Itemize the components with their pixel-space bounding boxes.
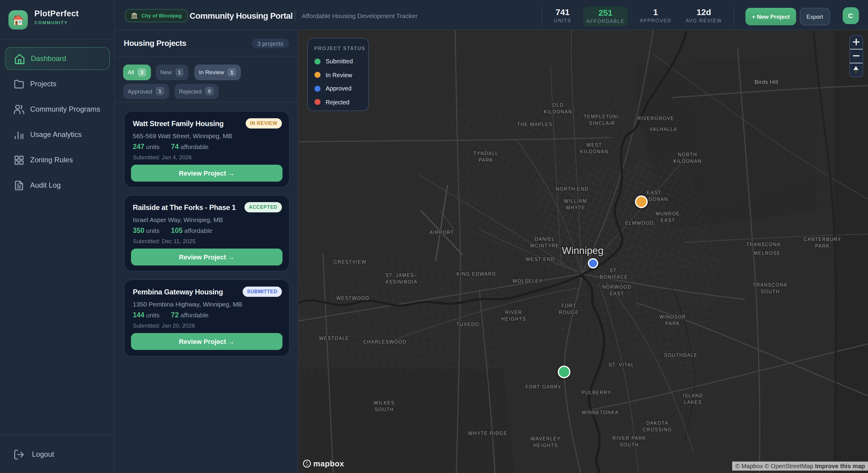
svg-text:ROUGE: ROUGE (559, 310, 579, 315)
svg-text:Winnipeg: Winnipeg (562, 245, 603, 256)
svg-text:TRANSCONA: TRANSCONA (746, 242, 781, 247)
svg-text:RIVER PARK: RIVER PARK (612, 436, 646, 441)
svg-text:FORT GARRY: FORT GARRY (525, 384, 561, 389)
svg-text:CRESTVIEW: CRESTVIEW (334, 259, 367, 264)
svg-text:WHYTE: WHYTE (566, 205, 585, 210)
svg-text:MINNETONKA: MINNETONKA (582, 410, 619, 415)
svg-text:HEIGHTS: HEIGHTS (533, 443, 558, 448)
svg-text:TEMPLETON–: TEMPLETON– (584, 114, 621, 119)
svg-text:WAVERLEY: WAVERLEY (531, 436, 560, 441)
svg-text:NORWOOD: NORWOOD (602, 284, 631, 290)
svg-text:KING EDWARD: KING EDWARD (457, 272, 496, 277)
svg-text:PULBERRY: PULBERRY (582, 390, 611, 395)
svg-text:AIRPORT: AIRPORT (430, 230, 454, 235)
svg-text:MCINTYRE: MCINTYRE (530, 243, 559, 248)
svg-text:PARK: PARK (665, 321, 680, 326)
svg-text:OLD: OLD (552, 102, 563, 108)
svg-text:MUNROE: MUNROE (656, 211, 680, 216)
svg-text:WEST END: WEST END (526, 257, 555, 262)
svg-text:PARK: PARK (479, 157, 493, 163)
svg-text:RIVERGROVE: RIVERGROVE (638, 116, 674, 121)
svg-text:NORTH END: NORTH END (556, 186, 589, 192)
svg-text:ST. JAMES–: ST. JAMES– (385, 273, 417, 278)
svg-text:WOLSELEY: WOLSELEY (513, 278, 542, 284)
svg-text:HEIGHTS: HEIGHTS (501, 316, 526, 322)
svg-text:SOUTH: SOUTH (375, 407, 394, 412)
svg-text:CANTERBURY: CANTERBURY (803, 237, 841, 242)
svg-text:TRANSCONA: TRANSCONA (753, 282, 787, 287)
svg-text:EAST: EAST (661, 218, 675, 223)
svg-text:WILLIAM: WILLIAM (564, 198, 587, 203)
svg-text:SOUTHDALE: SOUTHDALE (664, 353, 698, 358)
svg-text:NORTH: NORTH (678, 152, 697, 157)
svg-text:EAST: EAST (647, 190, 661, 195)
svg-text:CROSSING: CROSSING (643, 427, 672, 432)
svg-text:WILKES: WILKES (374, 400, 395, 405)
svg-text:SOUTH: SOUTH (761, 289, 780, 294)
svg-text:DAKOTA: DAKOTA (646, 420, 669, 425)
svg-text:Birds Hill: Birds Hill (754, 79, 778, 85)
svg-text:DANIEL: DANIEL (534, 236, 555, 242)
svg-text:RIVER: RIVER (505, 310, 522, 315)
svg-text:ASSINIBOIA: ASSINIBOIA (385, 279, 417, 284)
svg-text:WEST: WEST (586, 143, 602, 148)
svg-text:WESTWOOD: WESTWOOD (336, 296, 369, 301)
svg-text:KILDONAN: KILDONAN (544, 109, 572, 114)
svg-text:WESTDALE: WESTDALE (319, 336, 349, 341)
svg-text:SINCLAIR: SINCLAIR (589, 121, 615, 126)
svg-text:PARK: PARK (815, 244, 830, 249)
svg-text:THE MAPLES: THE MAPLES (517, 122, 553, 127)
svg-text:KILDONAN: KILDONAN (673, 159, 702, 164)
svg-text:ST.: ST. (610, 268, 618, 273)
svg-text:ISLAND: ISLAND (683, 393, 703, 398)
svg-text:MELROSE: MELROSE (754, 251, 781, 256)
svg-text:FORT: FORT (561, 303, 576, 308)
svg-text:CHARLESWOOD: CHARLESWOOD (363, 339, 406, 345)
svg-text:TYNDALL: TYNDALL (473, 151, 499, 156)
svg-text:BONIFACE: BONIFACE (600, 275, 628, 280)
svg-text:ELMWOOD: ELMWOOD (625, 221, 654, 226)
svg-text:ST. VITAL: ST. VITAL (609, 362, 634, 368)
svg-text:VALHALLA: VALHALLA (650, 127, 677, 132)
svg-text:EAST: EAST (610, 291, 624, 296)
svg-text:SOUTH: SOUTH (620, 442, 639, 447)
svg-text:LAKES: LAKES (684, 400, 702, 405)
svg-text:WHYTE RIDGE: WHYTE RIDGE (468, 431, 507, 436)
svg-text:KILDONAN: KILDONAN (580, 149, 609, 154)
svg-text:TUXEDO: TUXEDO (456, 322, 479, 327)
svg-text:WINDSOR: WINDSOR (659, 314, 686, 319)
